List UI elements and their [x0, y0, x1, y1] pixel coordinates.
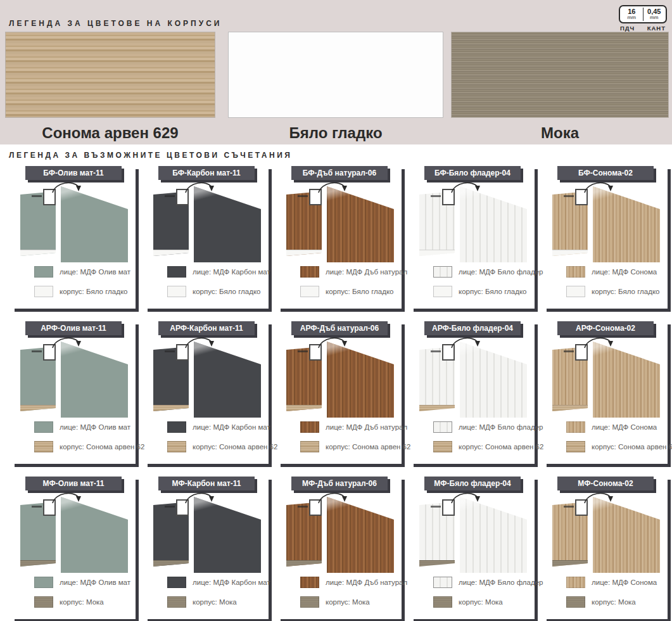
card-title: АРФ-Олив мат-11	[25, 321, 122, 335]
body-legend-row: корпус: Бяло гладко	[34, 286, 136, 297]
edge-thickness: 0,45 mm	[646, 8, 663, 21]
face-label: лице: МДФ Сонома	[592, 268, 657, 276]
curved-arrow-icon	[184, 179, 219, 196]
face-legend-row: лице: МДФ Бяло фладер	[433, 266, 535, 278]
card-legend: лице: МДФ Дъб натурал корпус: Мока	[300, 577, 402, 608]
card-legend: лице: МДФ Сонома корпус: Мока	[566, 577, 668, 608]
body-color-swatch	[300, 286, 319, 297]
door-closeup-view	[327, 186, 394, 262]
moka-texture-swatch	[451, 32, 669, 118]
body-color-swatch	[566, 596, 585, 608]
door-closeup-view	[194, 186, 261, 262]
curved-arrow-icon	[51, 179, 86, 196]
door-illustration	[543, 181, 668, 262]
board-thickness: 16 mm	[623, 8, 640, 21]
door-closeup-view	[593, 186, 660, 262]
card-legend: лице: МДФ Сонома корпус: Бяло гладко	[566, 266, 668, 297]
face-label: лице: МДФ Олив мат	[60, 423, 130, 431]
face-legend-row: лице: МДФ Олив мат	[34, 577, 136, 588]
door-illustration	[543, 492, 668, 573]
door-illustration	[11, 492, 136, 573]
body-color-swatch	[34, 286, 53, 297]
body-legend-row: корпус: Мока	[34, 596, 136, 608]
face-label: лице: МДФ Олив мат	[60, 579, 130, 586]
body-color-swatch	[167, 596, 186, 608]
body-label: корпус: Мока	[193, 598, 237, 606]
body-color-swatch	[167, 441, 186, 452]
combination-card: АРФ-Карбон мат-11 лице: МДФ Карбон мат к…	[144, 321, 269, 464]
face-color-swatch	[34, 266, 53, 278]
combination-card: АРФ-Олив мат-11 лице: МДФ Олив мат корпу…	[11, 321, 136, 464]
body-label: корпус: Сонома арвен 629	[326, 443, 415, 451]
combination-card: БФ-Карбон мат-11 лице: МДФ Карбон мат ко…	[144, 166, 269, 309]
face-legend-row: лице: МДФ Бяло фладер	[433, 577, 535, 588]
card-legend: лице: МДФ Олив мат корпус: Мока	[34, 577, 136, 608]
body-legend-row: корпус: Бяло гладко	[300, 286, 402, 297]
curved-arrow-icon	[317, 489, 352, 507]
body-legend-row: корпус: Мока	[566, 596, 668, 608]
combination-card: МФ-Карбон мат-11 лице: МДФ Карбон мат ко…	[144, 477, 269, 619]
combination-card: МФ-Бяло фладер-04 лице: МДФ Бяло фладер …	[410, 477, 535, 619]
face-color-swatch	[300, 577, 319, 588]
face-color-swatch	[566, 421, 585, 433]
face-color-swatch	[167, 577, 186, 588]
body-color-swatch	[300, 441, 319, 452]
curved-arrow-icon	[184, 334, 219, 352]
body-legend-row: корпус: Бяло гладко	[433, 286, 535, 297]
badge-caption: ПДЧ КАНТ	[619, 25, 667, 32]
sonoma-arven-texture-swatch	[5, 32, 215, 118]
body-legend-row: корпус: Мока	[433, 596, 535, 608]
body-color-swatch	[433, 286, 452, 297]
card-title: БФ-Карбон мат-11	[158, 166, 255, 180]
body-label: корпус: Бяло гладко	[60, 288, 127, 295]
body-color-swatch	[566, 441, 585, 452]
door-illustration	[277, 336, 402, 418]
curved-arrow-icon	[583, 179, 618, 196]
body-legend-row: корпус: Сонома арвен 629	[167, 441, 269, 452]
curved-arrow-icon	[450, 334, 485, 352]
face-label: лице: МДФ Дъб натурал	[326, 579, 407, 586]
card-legend: лице: МДФ Дъб натурал корпус: Сонома арв…	[300, 421, 402, 452]
face-color-swatch	[167, 421, 186, 433]
body-label: корпус: Мока	[459, 598, 503, 606]
card-legend: лице: МДФ Карбон мат корпус: Мока	[167, 577, 269, 608]
face-label: лице: МДФ Бяло фладер	[459, 423, 543, 431]
corpus-colors-section: ЛЕГЕНДА ЗА ЦВЕТОВЕ НА КОРПУСИ Сонома арв…	[0, 0, 672, 144]
door-closeup-view	[460, 497, 527, 573]
board-edge-badge: 16 mm 0,45 mm ПДЧ КАНТ	[619, 5, 667, 32]
face-legend-row: лице: МДФ Карбон мат	[167, 421, 269, 433]
body-color-swatch	[433, 596, 452, 608]
curved-arrow-icon	[450, 179, 485, 196]
face-color-swatch	[34, 577, 53, 588]
door-illustration	[144, 181, 269, 262]
body-color-swatch	[34, 596, 53, 608]
pdch-label: ПДЧ	[620, 25, 635, 32]
face-legend-row: лице: МДФ Карбон мат	[167, 266, 269, 278]
card-title: МФ-Олив мат-11	[25, 477, 122, 490]
card-title: АРФ-Дъб натурал-06	[291, 321, 388, 335]
door-closeup-view	[460, 186, 527, 262]
body-color-swatch	[167, 286, 186, 297]
curved-arrow-icon	[583, 489, 618, 507]
kant-label: КАНТ	[647, 25, 666, 32]
combination-card: АРФ-Дъб натурал-06 лице: МДФ Дъб натурал…	[277, 321, 402, 464]
face-color-swatch	[433, 421, 452, 433]
card-legend: лице: МДФ Олив мат корпус: Бяло гладко	[34, 266, 136, 297]
card-title: АРФ-Карбон мат-11	[158, 321, 255, 335]
body-legend-row: корпус: Бяло гладко	[167, 286, 269, 297]
face-label: лице: МДФ Бяло фладер	[459, 268, 543, 276]
face-legend-row: лице: МДФ Сонома	[566, 577, 668, 588]
swatch-label: Мока	[451, 124, 669, 142]
face-color-swatch	[300, 266, 319, 278]
divider	[643, 8, 643, 21]
corpus-swatch-sonoma-arven: Сонома арвен 629	[5, 32, 215, 142]
body-legend-row: корпус: Сонома арвен 629	[34, 441, 136, 452]
face-legend-row: лице: МДФ Дъб натурал	[300, 577, 402, 588]
combination-card: МФ-Олив мат-11 лице: МДФ Олив мат корпус…	[11, 477, 136, 619]
face-legend-row: лице: МДФ Дъб натурал	[300, 421, 402, 433]
curved-arrow-icon	[450, 489, 485, 507]
door-illustration	[410, 492, 535, 573]
corpus-section-title: ЛЕГЕНДА ЗА ЦВЕТОВЕ НА КОРПУСИ	[9, 19, 222, 28]
combination-card: БФ-Дъб натурал-06 лице: МДФ Дъб натурал …	[277, 166, 402, 309]
curved-arrow-icon	[317, 334, 352, 352]
